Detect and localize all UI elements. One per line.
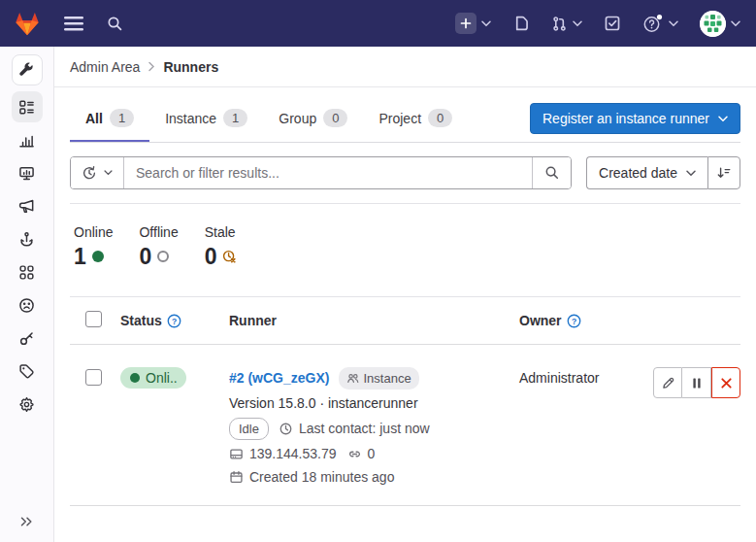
sidebar-expand-toggle[interactable] (19, 515, 34, 528)
runner-status-badge: Onli... (120, 367, 186, 389)
runner-contact-line: Idle Last contact: just now (229, 418, 519, 440)
tab-project[interactable]: Project 0 (363, 95, 468, 142)
sort-direction-button[interactable] (707, 156, 740, 189)
sort-by-dropdown[interactable]: Created date (586, 156, 707, 189)
header-status: Status (120, 313, 162, 328)
sort-controls: Created date (586, 156, 740, 189)
sidebar-item-monitoring[interactable] (12, 157, 43, 188)
tab-instance-label: Instance (165, 111, 216, 126)
merge-requests-icon[interactable] (551, 16, 582, 32)
stat-online-value: 1 (74, 243, 86, 270)
runner-projects-count: 0 (368, 445, 376, 463)
runner-title-line: #2 (wCG_zeGX) Instance (229, 367, 519, 390)
chevron-down-icon (481, 20, 491, 27)
search-history-dropdown[interactable] (71, 157, 124, 188)
search-submit-button[interactable] (532, 157, 571, 188)
breadcrumb-current: Runners (163, 59, 218, 75)
tab-group[interactable]: Group 0 (263, 95, 363, 142)
runner-type-label: Instance (363, 369, 411, 388)
stat-stale: Stale 0 (205, 224, 238, 270)
sidebar-item-analytics[interactable] (12, 124, 43, 155)
bar-chart-icon (18, 132, 35, 149)
double-chevron-right-icon (19, 515, 34, 528)
chevron-down-icon (718, 116, 728, 122)
runner-created-ago: Created 18 minutes ago (249, 468, 394, 487)
chevron-down-icon (686, 170, 696, 177)
register-runner-button[interactable]: Register an instance runner (530, 103, 740, 134)
todos-icon[interactable] (604, 15, 621, 32)
offline-status-icon (157, 251, 169, 262)
help-icon[interactable] (642, 14, 678, 33)
applications-icon (18, 264, 35, 281)
runner-ip-line: 139.144.53.79 0 (229, 445, 519, 463)
chevron-down-icon (731, 20, 740, 27)
gitlab-admin-runners-page: Admin Area Runners All 1 Instance 1 (0, 0, 756, 542)
top-navbar (0, 0, 756, 47)
sort-by-label: Created date (599, 165, 677, 181)
gitlab-tanuki-icon (14, 11, 41, 37)
sidebar-item-abuse-reports[interactable] (12, 289, 43, 321)
gear-icon (18, 396, 35, 413)
select-all-checkbox[interactable] (85, 311, 102, 327)
runner-row: Onli... #2 (wCG_zeGX) (70, 345, 740, 506)
tab-all[interactable]: All 1 (70, 95, 149, 142)
magnifier-icon (107, 16, 123, 32)
sidebar-item-overview[interactable] (12, 91, 43, 122)
user-avatar[interactable] (700, 11, 740, 37)
question-circle-icon (642, 14, 664, 33)
edit-runner-button[interactable] (653, 367, 682, 398)
svg-text:?: ? (172, 316, 177, 325)
sidebar-item-admin-area[interactable] (12, 54, 43, 85)
sidebar-item-labels[interactable] (12, 356, 43, 387)
row-checkbox[interactable] (85, 369, 102, 386)
tab-instance[interactable]: Instance 1 (149, 95, 263, 142)
labels-tag-icon (18, 363, 35, 380)
tabs-row: All 1 Instance 1 Group 0 Project (70, 95, 740, 143)
frown-face-icon (18, 297, 35, 314)
new-menu-button[interactable] (455, 13, 491, 34)
runner-type-badge: Instance (339, 367, 418, 390)
sidebar-item-system-hooks[interactable] (12, 223, 43, 254)
tab-project-count: 0 (428, 109, 452, 127)
key-icon (18, 330, 35, 347)
breadcrumb-admin-area[interactable]: Admin Area (70, 59, 140, 75)
pause-icon (691, 377, 703, 390)
runner-job-status-badge: Idle (229, 418, 269, 440)
pause-runner-button[interactable] (682, 367, 711, 398)
chevron-down-icon (104, 170, 113, 176)
sidebar-item-applications[interactable] (12, 256, 43, 288)
hamburger-icon (64, 17, 83, 31)
tab-all-label: All (85, 111, 103, 126)
issues-icon[interactable] (512, 15, 530, 32)
history-icon (82, 165, 97, 181)
chevron-down-icon (669, 20, 678, 27)
tab-all-count: 1 (110, 109, 134, 127)
svg-text:?: ? (571, 316, 575, 325)
monitor-icon (18, 165, 35, 182)
chevron-right-icon (148, 61, 155, 72)
close-x-icon (720, 377, 733, 390)
register-runner-label: Register an instance runner (542, 111, 709, 126)
search-input[interactable] (124, 157, 532, 188)
sidebar-item-deploy-keys[interactable] (12, 322, 43, 354)
sidebar-item-settings[interactable] (12, 389, 43, 420)
search-icon[interactable] (107, 16, 123, 32)
runner-type-tabs: All 1 Instance 1 Group 0 Project (70, 95, 468, 142)
runner-link[interactable]: #2 (wCG_zeGX) (229, 369, 329, 388)
delete-runner-button[interactable] (711, 367, 740, 398)
hamburger-menu-icon[interactable] (64, 17, 83, 31)
sidebar-item-messages[interactable] (12, 190, 43, 221)
stat-offline: Offline 0 (139, 224, 178, 270)
runner-status-text: Onli... (146, 370, 177, 386)
runner-ip-address: 139.144.53.79 (249, 445, 337, 463)
plus-icon (455, 13, 477, 34)
hook-icon (18, 231, 35, 248)
link-icon (347, 447, 362, 461)
gitlab-logo[interactable] (14, 11, 41, 37)
header-owner: Owner (519, 313, 562, 328)
tab-instance-count: 1 (223, 109, 247, 127)
stale-clock-x-icon (222, 250, 237, 264)
merge-request-icon (551, 16, 568, 32)
owner-help-icon[interactable]: ? (567, 314, 581, 328)
status-help-icon[interactable]: ? (167, 314, 181, 328)
